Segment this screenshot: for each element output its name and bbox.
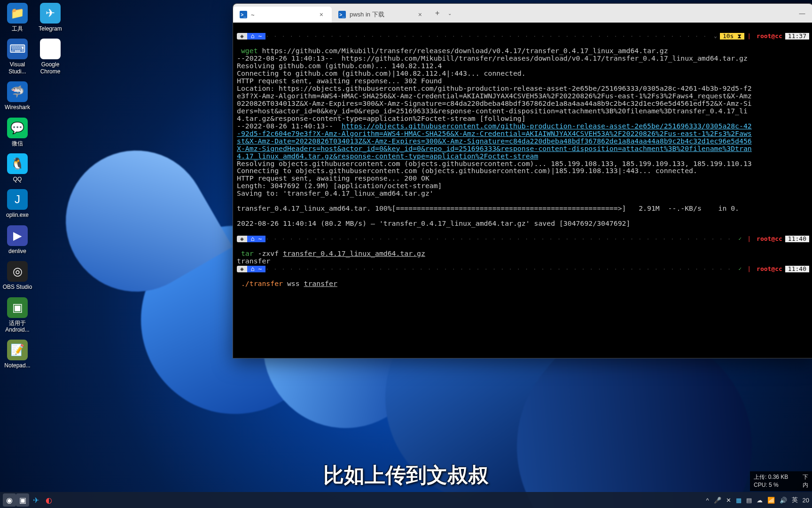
output-line: Resolving objects.githubusercontent.com …	[237, 159, 752, 167]
desktop-icon-label: denlive	[8, 248, 26, 254]
terminal-tab[interactable]: >_ ~ ×	[233, 7, 332, 23]
taskbar[interactable]: ◉ ▣ ✈ ◐ ^ 🎤 ✕ ▦ ▤ ☁ 📶 🔊 英 20	[0, 492, 812, 508]
prompt-path: ⌂ ~	[247, 266, 265, 272]
desktop-icon-label: 微信	[12, 140, 23, 147]
desktop-icon-label: Google Chrome	[34, 61, 67, 75]
terminal-tab[interactable]: >_ pwsh in 下载 ×	[332, 7, 430, 23]
chevron-down-icon: ⌄	[711, 33, 720, 39]
desktop-icon[interactable]: ✈Telegram	[34, 3, 67, 32]
tray-cloud-icon[interactable]: ☁	[757, 497, 763, 504]
user-chip: root@cc	[754, 236, 785, 242]
desktop-icon-label: Telegram	[39, 25, 62, 32]
output-line: --2022-08-26 11:40:13-- https://github.c…	[237, 54, 748, 62]
titlebar[interactable]: >_ ~ × >_ pwsh in 下载 × + ⌄ —	[233, 4, 812, 23]
video-subtitle: 比如上传到文叔叔	[323, 461, 489, 489]
desktop-icon[interactable]: ◉Google Chrome	[34, 39, 67, 75]
output-line: Saving to: 'transfer_0.4.17_linux_amd64.…	[237, 189, 434, 197]
output-line: Length: 3047692 (2.9M) [application/octe…	[237, 182, 442, 190]
net-monitor-overlay: 上传: 0.36 KB下 CPU: 5 %内	[750, 471, 812, 491]
desktop-icon-label: Wireshark	[5, 104, 30, 111]
tar-filename: transfer_0.4.17_linux_amd64.tar.gz	[283, 249, 425, 257]
desktop-icon[interactable]: ▶denlive	[1, 225, 34, 254]
redirect-url[interactable]: X-Amz-SignedHeaders=host&actor_id=0&key_…	[237, 144, 752, 152]
check-icon: ✓	[736, 236, 745, 242]
powershell-icon: >_	[240, 11, 247, 18]
command-wget: wget	[237, 47, 258, 55]
output-line: Resolving github.com (github.com)... 140…	[237, 62, 442, 70]
desktop-icon-label: oplin.exe	[6, 212, 29, 218]
taskbar-terminal-icon[interactable]: ▣	[16, 493, 29, 507]
tab-label: pwsh in 下载	[350, 10, 413, 19]
prompt-path: ⌂ ~	[247, 236, 265, 242]
elapsed-chip: 10s ⧗	[720, 33, 744, 40]
desktop-icon[interactable]: ⌨Visual Studi...	[1, 39, 34, 75]
output-line: Connecting to github.com (github.com)|14…	[237, 69, 526, 77]
desktop-icon[interactable]: 📝Notepad...	[1, 340, 34, 369]
desktop-icon[interactable]: ◎OBS Studio	[1, 261, 34, 290]
output-line: Location: https://objects.githubusercont…	[237, 84, 752, 92]
output-line: --2022-08-26 11:40:13--	[237, 122, 342, 130]
tray-time[interactable]: 20	[803, 497, 809, 504]
output-line: transfer	[237, 257, 270, 265]
tray-app-icon[interactable]: ▤	[746, 497, 752, 504]
desktop-icon-label: Notepad...	[4, 362, 30, 369]
command-transfer: ./transfer	[237, 279, 283, 287]
desktop-icon[interactable]: ▣适用于 Android...	[1, 297, 34, 333]
prompt-os-icon: ◈	[237, 33, 247, 40]
user-chip: root@cc	[754, 266, 785, 272]
desktop-icon[interactable]: 💬微信	[1, 118, 34, 147]
tray-volume-icon[interactable]: 🔊	[780, 497, 787, 504]
tab-dropdown-button[interactable]: ⌄	[444, 11, 455, 16]
redirect-url[interactable]: 4.17_linux_amd64.tar.gz&response-content…	[237, 152, 538, 160]
arg-filename: transfer	[304, 279, 337, 287]
desktop-icon[interactable]: 🦈Wireshark	[1, 81, 34, 111]
prompt-os-icon: ◈	[237, 266, 247, 272]
command-tar: tar	[237, 249, 254, 257]
desktop: 📁工具✈Telegram⌨Visual Studi...◉Google Chro…	[0, 0, 68, 379]
tray-tool-icon[interactable]: ✕	[726, 497, 731, 504]
desktop-icon[interactable]: 📁工具	[1, 3, 34, 32]
minimize-button[interactable]: —	[791, 4, 812, 23]
output-line: HTTP request sent, awaiting response... …	[237, 77, 442, 85]
desktop-icon-label: 适用于 Android...	[1, 320, 34, 333]
terminal-content[interactable]: ◈⌂ ~· · · · · · · · · · · · · · · · · · …	[233, 23, 812, 358]
desktop-icon-label: 工具	[12, 25, 23, 32]
tab-label: ~	[251, 11, 314, 18]
progress-line: transfer_0.4.17_linux_amd64.tar. 100%[==…	[237, 204, 739, 212]
clock-chip: 11:40	[785, 236, 809, 242]
system-tray[interactable]: ^ 🎤 ✕ ▦ ▤ ☁ 📶 🔊 英 20	[706, 496, 809, 504]
redirect-url[interactable]: -92d5-f2c604e79e3f?X-Amz-Algorithm=AWS4-…	[237, 129, 752, 137]
close-icon[interactable]: ×	[318, 11, 325, 18]
prompt-path: ⌂ ~	[247, 33, 265, 40]
redirect-url[interactable]: https://objects.githubusercontent.com/gi…	[342, 122, 752, 130]
tray-ime[interactable]: 英	[792, 496, 798, 504]
taskbar-app-icon[interactable]: ◐	[42, 493, 55, 507]
prompt-os-icon: ◈	[237, 236, 247, 242]
prompt-line: ◈⌂ ~· · · · · · · · · · · · · · · · · · …	[237, 33, 809, 40]
tray-mic-icon[interactable]: 🎤	[714, 497, 721, 504]
prompt-line: ◈⌂ ~· · · · · · · · · · · · · · · · · · …	[237, 266, 809, 272]
output-line: ders=host&actor_id=0&key_id=0&repo_id=25…	[237, 107, 748, 115]
output-line: Connecting to objects.githubusercontent.…	[237, 167, 697, 175]
terminal-window: >_ ~ × >_ pwsh in 下载 × + ⌄ — ◈⌂ ~· · · ·…	[233, 3, 812, 358]
tray-widget-icon[interactable]: ▦	[736, 497, 742, 504]
redirect-url[interactable]: st&X-Amz-Date=20220826T034013Z&X-Amz-Exp…	[237, 137, 752, 145]
taskbar-telegram-icon[interactable]: ✈	[29, 493, 42, 507]
desktop-icon[interactable]: 🐧QQ	[1, 153, 34, 183]
powershell-icon: >_	[338, 11, 346, 18]
output-line: 0220826T034013Z&X-Amz-Expires=300&X-Amz-…	[237, 99, 752, 107]
close-icon[interactable]: ×	[416, 11, 424, 18]
desktop-icon[interactable]: Joplin.exe	[1, 189, 34, 218]
desktop-icon-label: OBS Studio	[3, 284, 32, 290]
tray-chevron-icon[interactable]: ^	[706, 497, 709, 504]
output-line: 4.tar.gz&response-content-type=applicati…	[237, 114, 526, 122]
output-line: 2022-08-26 11:40:14 (80.2 MB/s) – 'trans…	[237, 219, 630, 227]
taskbar-chrome-icon[interactable]: ◉	[3, 493, 16, 507]
tray-wifi-icon[interactable]: 📶	[767, 497, 775, 504]
output-line: HTTP request sent, awaiting response... …	[237, 174, 429, 182]
new-tab-button[interactable]: +	[430, 9, 444, 17]
desktop-icon-label: Visual Studi...	[1, 61, 34, 75]
prompt-line: ◈⌂ ~· · · · · · · · · · · · · · · · · · …	[237, 236, 809, 242]
user-chip: root@cc	[754, 33, 785, 40]
output-line: e3f?X-Amz-Algorithm=AWS4-HMAC-SHA256&X-A…	[237, 92, 752, 100]
